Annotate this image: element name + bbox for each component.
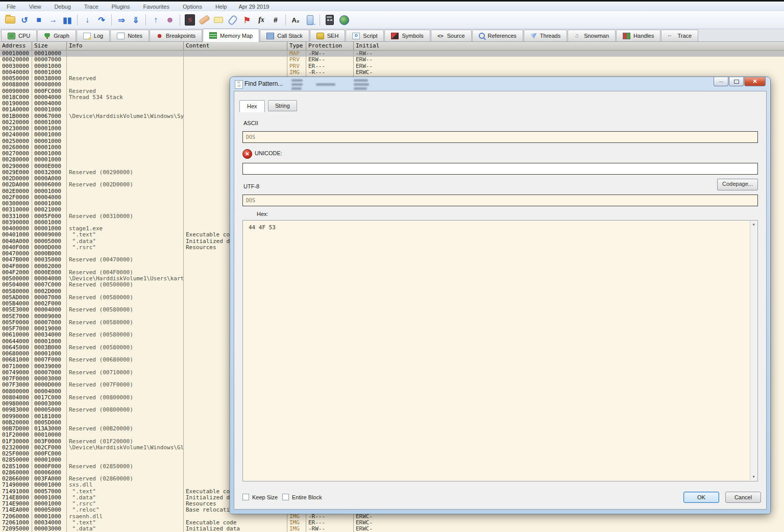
column-header-protection[interactable]: Protection [306,42,354,50]
cell: 0040F000 [0,245,32,251]
cell: 00983000 [0,407,32,413]
cell [67,207,184,213]
tab-seh[interactable]: SEH [310,30,346,41]
tab-label: Log [94,33,103,39]
tab-memory-map[interactable]: Memory Map [203,29,259,42]
execute-till-return-icon[interactable]: ⇒ [115,13,128,27]
menu-item-file[interactable]: File [0,3,22,11]
column-header-type[interactable]: Type [287,42,306,50]
cell: 0005F000 [32,213,67,220]
calculator-icon[interactable] [323,13,336,27]
cell: 003F0000 [32,439,67,445]
toolbar-separator [145,14,146,26]
restart-icon[interactable]: ↺ [18,13,31,27]
minimize-button[interactable]: — [714,77,728,86]
scylla-icon[interactable]: S [183,13,197,27]
attach-icon[interactable] [226,13,239,27]
ascii-table-icon[interactable]: A₂ [289,13,302,27]
utf8-input[interactable] [242,195,758,206]
table-row[interactable]: 7206000000001000rsaenh.dllIMG-R---ERWC- [0,514,784,520]
cell: Reserved (00580000) [67,320,184,326]
step-into-icon[interactable]: ↓ [81,13,94,27]
cell: Reserved (007F0000) [67,382,184,388]
run-to-user-code-icon[interactable]: ☻ [163,13,177,27]
stop-icon[interactable]: ■ [32,13,45,27]
tab-references[interactable]: References [472,30,523,41]
tab-cpu[interactable]: CPU [1,30,37,41]
step-out-icon[interactable]: ↑ [149,13,162,27]
tab-trace[interactable]: ··Trace [661,30,698,41]
cell: 005B4000 [0,301,32,307]
help-globe-icon[interactable] [337,13,351,27]
tab-log[interactable]: Log [77,30,110,41]
table-row[interactable]: 0003000000001000PRVER---ERW-- [0,63,784,69]
menu-item-options[interactable]: Options [176,3,209,11]
ok-button[interactable]: OK [683,492,719,503]
scroll-up-icon[interactable]: ▲ [750,221,757,228]
column-header-info[interactable]: Info [67,42,184,50]
ascii-table-icon: A₂ [291,16,299,24]
menu-item-plugins[interactable]: Plugins [105,3,137,11]
column-header-size[interactable]: Size [32,42,67,50]
dialog-title-bar[interactable]: 0110 Find Pattern... — ✕ [230,77,770,91]
tab-call-stack[interactable]: Call Stack [260,30,309,41]
hex-scrollbar[interactable]: ▲ ▼ [750,221,757,480]
menu-item-debug[interactable]: Debug [47,3,77,11]
cell: 00260000 [0,144,32,151]
tab-source[interactable]: <>Source [431,30,472,41]
keep-size-checkbox[interactable] [242,494,249,500]
cell: Reserved (00B20000) [67,426,184,432]
unicode-input[interactable] [242,163,758,175]
cell: \Device\HarddiskVolume1\Windows\Sy [67,113,184,119]
tab-graph[interactable]: Graph [37,30,76,41]
table-row[interactable]: 7206100000034000 ".text"Executable codeI… [0,520,784,526]
tab-script[interactable]: DScript [346,30,384,41]
cell: rsaenh.dll [67,514,184,520]
cell: PRV [287,57,306,63]
column-header-content[interactable]: Content [184,42,287,50]
menu-item-favourites[interactable]: Favourites [137,3,176,11]
scroll-down-icon[interactable]: ▼ [750,474,757,480]
step-over-icon: ↷ [98,15,105,25]
functions-icon[interactable]: fx [255,13,268,27]
cell: ERWC- [354,69,784,76]
tab-string[interactable]: String [268,100,297,111]
comments-icon[interactable] [212,13,225,27]
column-header-initial[interactable]: Initial [354,42,784,50]
menu-item-view[interactable]: View [22,3,48,11]
hex-pattern-textarea[interactable]: 44 4F 53 ▲ ▼ [242,220,758,481]
close-button[interactable]: ✕ [744,77,766,86]
labels-icon[interactable]: ⚑ [240,13,254,27]
cancel-button[interactable]: Cancel [725,492,761,503]
step-over-icon[interactable]: ↷ [95,13,108,27]
cell: ".rsrc" [67,501,184,507]
table-row[interactable]: 0004000000001000IMG-R---ERWC- [0,69,784,76]
menu-item-help[interactable]: Help [209,3,234,11]
tab-breakpoints[interactable]: Breakpoints [150,30,202,41]
maximize-button[interactable] [729,77,744,86]
tab-handles[interactable]: Handles [616,30,660,41]
modules-icon[interactable] [303,13,316,27]
run-icon[interactable]: → [46,13,60,27]
table-row[interactable]: 0001000000010000MAP-RW---RW-- [0,51,784,57]
table-row[interactable]: 0002000000007000PRVERW--ERW-- [0,57,784,63]
tab-notes[interactable]: Notes [110,30,149,41]
table-row[interactable]: 7209500000003000 ".data"Initialized data… [0,526,784,532]
graph-icon [44,33,51,39]
cell: 714EA000 [0,507,32,513]
skip-next-icon[interactable]: ⇓ [129,13,142,27]
entire-block-checkbox[interactable] [282,494,289,500]
open-file-icon[interactable] [4,13,17,27]
step-into-icon: ↓ [85,15,89,25]
hash-icon[interactable]: # [269,13,282,27]
patches-icon[interactable] [198,13,211,27]
column-header-address[interactable]: Address [0,42,32,50]
menu-item-trace[interactable]: Trace [78,3,105,11]
tab-hex[interactable]: Hex [239,100,265,112]
tab-snowman[interactable]: ☃Snowman [568,30,616,41]
tab-symbols[interactable]: Symbols [384,30,430,41]
ascii-input[interactable] [242,131,758,143]
tab-threads[interactable]: Threads [524,30,567,41]
codepage-button[interactable]: Codepage... [717,179,758,190]
pause-icon[interactable]: ▮▮ [61,13,74,27]
